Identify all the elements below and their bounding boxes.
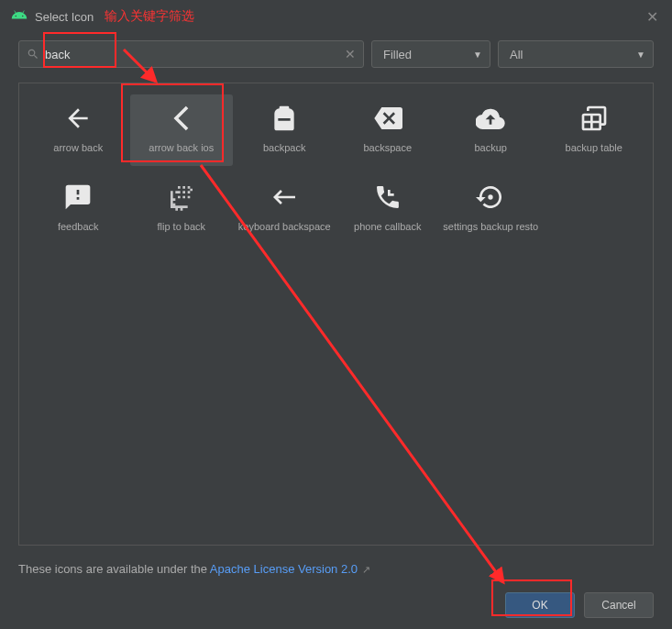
window-title: Select Icon [35,10,94,24]
backpack-icon [268,102,301,135]
chevron-down-icon: ▼ [636,50,645,60]
license-link[interactable]: Apache License Version 2.0 [210,562,358,576]
style-dropdown[interactable]: Filled ▼ [371,40,490,68]
icon-label: flip to back [157,221,205,233]
icon-label: backup [475,142,507,154]
icon-cell-settings-backup-resto[interactable]: settings backup resto [439,173,543,245]
search-icon [27,48,39,61]
external-link-icon: ↗ [359,564,370,575]
annotation-text: 输入关键字筛选 [105,8,194,25]
android-icon [11,6,35,27]
category-dropdown-value: All [510,48,523,61]
search-field-wrap[interactable]: ✕ [18,40,364,68]
icon-cell-flip-to-back[interactable]: flip to back [130,173,234,245]
ok-button[interactable]: OK [505,592,575,618]
icon-cell-backup-table[interactable]: backup table [543,94,646,166]
phone-callback-icon [371,181,404,214]
titlebar: Select Icon 输入关键字筛选 ✕ [0,0,672,33]
icon-cell-keyboard-backspace[interactable]: keyboard backspace [233,173,336,245]
license-text: These icons are available under the Apac… [18,562,370,576]
keyboard-backspace-icon [268,181,301,214]
icon-label: settings backup resto [443,221,538,233]
search-input[interactable] [45,48,345,61]
clear-search-icon[interactable]: ✕ [345,47,356,61]
icon-label: feedback [58,221,99,233]
icon-label: arrow back ios [149,142,214,154]
category-dropdown[interactable]: All ▼ [498,40,654,68]
icon-label: arrow back [53,142,103,154]
icon-grid-container: arrow backarrow back iosbackpackbackspac… [18,83,654,546]
backup-table-icon [578,102,611,135]
icon-grid: arrow backarrow back iosbackpackbackspac… [27,94,645,245]
filters-row: ✕ Filled ▼ All ▼ [0,33,672,75]
style-dropdown-value: Filled [383,48,412,61]
feedback-icon [61,181,94,214]
backup-icon [474,102,507,135]
settings-backup-resto-icon [474,181,507,214]
icon-cell-backpack[interactable]: backpack [233,94,336,166]
icon-cell-phone-callback[interactable]: phone callback [336,173,440,245]
close-icon[interactable]: ✕ [643,7,661,26]
arrow-back-ios-icon [165,102,198,135]
backspace-icon [371,102,404,135]
icon-cell-arrow-back-ios[interactable]: arrow back ios [130,94,234,166]
icon-label: backup table [566,142,622,154]
icon-label: keyboard backspace [238,221,331,233]
cancel-button[interactable]: Cancel [584,592,654,618]
icon-cell-backspace[interactable]: backspace [336,94,440,166]
icon-label: backspace [363,142,412,154]
icon-cell-arrow-back[interactable]: arrow back [27,94,130,166]
icon-label: phone callback [354,221,421,233]
icon-label: backpack [263,142,305,154]
arrow-back-icon [61,102,94,135]
flip-to-back-icon [165,181,198,214]
icon-cell-feedback[interactable]: feedback [27,173,130,245]
dialog-buttons: OK Cancel [505,592,654,618]
chevron-down-icon: ▼ [473,50,482,60]
icon-cell-backup[interactable]: backup [439,94,543,166]
